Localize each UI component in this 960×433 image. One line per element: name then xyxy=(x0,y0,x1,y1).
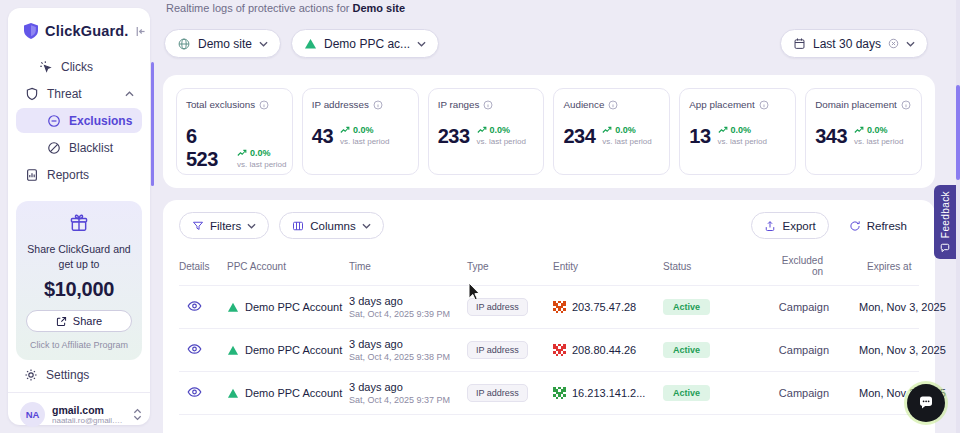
feedback-icon xyxy=(940,243,950,253)
trend-up-icon xyxy=(602,126,612,134)
share-button[interactable]: Share xyxy=(26,310,132,332)
sidebar-nav: Clicks Threat Exclusions xyxy=(8,52,150,187)
stat-label: Total exclusions xyxy=(186,99,255,110)
sidebar-item-label: Clicks xyxy=(61,60,93,74)
stat-value: 343 xyxy=(815,125,847,148)
export-button[interactable]: Export xyxy=(751,212,828,239)
time-absolute: Sat, Oct 4, 2025 9:38 PM xyxy=(349,352,467,362)
excluded-on-value: Campaign xyxy=(767,344,829,356)
table-row: Demo PPC Account 3 days agoSat, Oct 4, 2… xyxy=(179,328,919,371)
type-badge: IP address xyxy=(467,384,528,402)
date-range-value: Last 30 days xyxy=(813,37,881,51)
view-details-eye-icon[interactable] xyxy=(187,386,202,398)
export-button-label: Export xyxy=(782,220,815,232)
ban-icon xyxy=(46,140,61,155)
filter-pills-row: Demo site Demo PPC ac... Last 30 days xyxy=(164,29,928,58)
share-button-label: Share xyxy=(73,315,102,327)
refresh-button[interactable]: Refresh xyxy=(837,212,919,239)
clickguard-logo-icon xyxy=(22,22,40,40)
col-header-type: Type xyxy=(467,261,553,272)
stat-value: 13 xyxy=(689,125,710,148)
entity-value: 203.75.47.28 xyxy=(572,301,636,313)
date-range-pill[interactable]: Last 30 days xyxy=(780,29,928,58)
entity-value: 16.213.141.2... xyxy=(572,387,645,399)
info-icon[interactable] xyxy=(259,100,269,110)
filters-button[interactable]: Filters xyxy=(179,212,269,239)
chat-widget-button[interactable] xyxy=(907,384,945,422)
chevron-down-icon xyxy=(247,223,256,229)
trend-value: 0.0% xyxy=(490,125,511,135)
expires-at-value: Mon, Nov 3, 2025 xyxy=(829,387,919,399)
stat-card-domain-placement: Domain placement 343 0.0% vs. last perio… xyxy=(805,88,922,175)
feedback-tab[interactable]: Feedback xyxy=(934,185,956,259)
table-row: Demo PPC Account 3 days agoSat, Oct 4, 2… xyxy=(179,371,919,414)
time-relative: 3 days ago xyxy=(349,338,467,350)
affiliate-promo-card: Share ClickGuard and get up to $10,000 S… xyxy=(16,201,142,360)
info-icon[interactable] xyxy=(483,100,493,110)
expires-at-value: Mon, Nov 3, 2025 xyxy=(829,344,919,356)
clicks-icon xyxy=(38,59,53,74)
sidebar-item-label: Reports xyxy=(47,168,89,182)
chevron-down-icon xyxy=(259,41,268,47)
account-filter-pill[interactable]: Demo PPC ac... xyxy=(291,29,439,58)
sidebar-item-reports[interactable]: Reports xyxy=(16,162,142,187)
user-account-switcher[interactable]: NA gmail.com naatali.ro@gmail.com xyxy=(8,392,150,433)
sidebar-scrollbar-thumb[interactable] xyxy=(151,62,154,186)
trend-up-icon xyxy=(477,126,487,134)
page-scrollbar-track[interactable] xyxy=(956,0,960,433)
trend-up-icon xyxy=(237,149,247,157)
sidebar-item-settings[interactable]: Settings xyxy=(8,360,150,392)
page-scrollbar-thumb[interactable] xyxy=(956,85,960,180)
trend-period: vs. last period xyxy=(602,137,651,146)
entity-identicon xyxy=(553,301,566,314)
col-header-details: Details xyxy=(179,261,227,272)
affiliate-link[interactable]: Click to Affiliate Program xyxy=(24,340,134,350)
col-header-entity: Entity xyxy=(553,261,663,272)
report-document-icon xyxy=(24,167,39,182)
stat-card-app-placement: App placement 13 0.0% vs. last period xyxy=(679,88,796,175)
sidebar-item-clicks[interactable]: Clicks xyxy=(16,54,142,79)
collapse-sidebar-icon[interactable] xyxy=(134,25,147,38)
view-details-eye-icon[interactable] xyxy=(187,300,202,312)
trend-up-icon xyxy=(340,126,350,134)
sidebar-item-threat[interactable]: Threat xyxy=(16,81,142,106)
settings-label: Settings xyxy=(46,368,89,382)
trend-period: vs. last period xyxy=(477,137,526,146)
info-icon[interactable] xyxy=(759,100,769,110)
trend-value: 0.0% xyxy=(867,125,888,135)
stat-label: App placement xyxy=(689,99,754,110)
clear-date-icon[interactable] xyxy=(888,38,899,49)
feedback-label: Feedback xyxy=(940,191,951,238)
app-window: ClickGuard. Clicks Threat xyxy=(0,0,960,433)
columns-button[interactable]: Columns xyxy=(279,212,383,239)
entity-value: 208.80.44.26 xyxy=(572,344,636,356)
info-icon[interactable] xyxy=(608,100,618,110)
stat-value: 234 xyxy=(563,125,595,148)
view-details-eye-icon[interactable] xyxy=(187,343,202,355)
refresh-icon xyxy=(849,220,861,232)
col-header-account: PPC Account xyxy=(227,261,349,272)
sidebar-item-exclusions[interactable]: Exclusions xyxy=(16,108,142,133)
stats-panel: Total exclusions 6 523 0.0% vs. last per… xyxy=(163,75,935,188)
stat-label: IP addresses xyxy=(312,99,369,110)
trend-up-icon xyxy=(718,126,728,134)
refresh-button-label: Refresh xyxy=(867,220,907,232)
sidebar-item-blacklist[interactable]: Blacklist xyxy=(16,135,142,160)
promo-amount: $10,000 xyxy=(24,278,134,301)
chevron-up-icon xyxy=(125,91,134,97)
page-subtitle: Realtime logs of protective actions for … xyxy=(166,2,405,14)
status-badge: Active xyxy=(663,385,710,401)
trend-value: 0.0% xyxy=(250,148,271,158)
site-filter-pill[interactable]: Demo site xyxy=(164,29,281,58)
sidebar-item-label: Threat xyxy=(47,87,82,101)
circle-minus-icon xyxy=(46,113,61,128)
info-icon[interactable] xyxy=(373,100,383,110)
trend-period: vs. last period xyxy=(237,160,283,169)
time-relative: 3 days ago xyxy=(349,381,467,393)
promo-text: Share ClickGuard and get up to xyxy=(24,242,134,271)
trend-period: vs. last period xyxy=(854,137,903,146)
columns-button-label: Columns xyxy=(310,220,355,232)
ppc-account-icon xyxy=(227,345,239,356)
stat-card-ip-ranges: IP ranges 233 0.0% vs. last period xyxy=(428,88,545,175)
info-icon[interactable] xyxy=(901,100,911,110)
